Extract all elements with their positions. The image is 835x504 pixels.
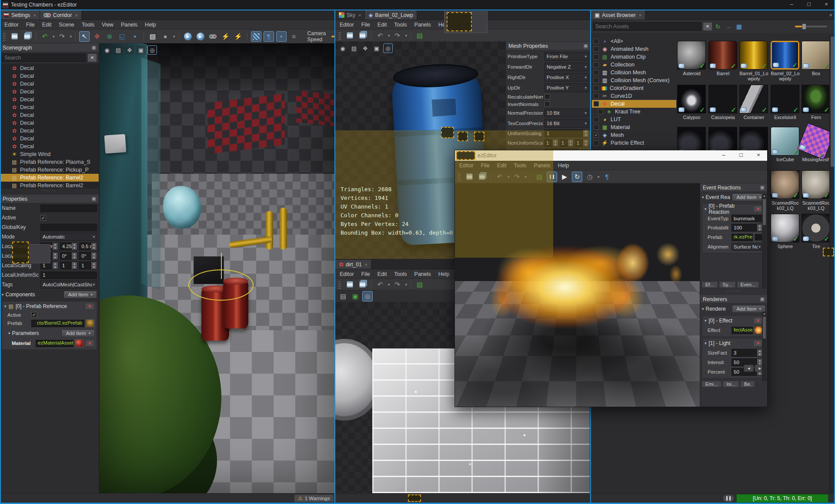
remove-light-button[interactable]: × [753,340,763,347]
effect-asset-field[interactable]: fectAsset [731,327,753,334]
undo-caret-icon[interactable]: ▾ [53,34,55,39]
snap-icon[interactable]: ▪ [130,31,140,42]
eventtype-field[interactable] [731,215,763,222]
tab-corridor[interactable]: Corridor × [40,10,82,20]
panel-tab[interactable]: Sy... [719,281,736,288]
property-select[interactable]: 10 Bit▾ [544,109,589,117]
loop-sim-icon[interactable]: ↻ [572,172,582,182]
add-component-button[interactable]: Add Item▾ [63,291,97,298]
spinner-down-icon[interactable]: ▾ [74,256,76,259]
renderers-header[interactable]: Renderers ▣ [700,295,767,304]
selection-gizmo[interactable] [188,269,254,301]
scenegraph-item[interactable]: ✿Decal [0,111,99,119]
alignment-select[interactable]: Surface Nor▾ [731,243,763,251]
camera-icon[interactable]: ◎ [147,45,157,55]
camera-icon[interactable]: ◎ [362,291,373,302]
effect-thumbnail-button[interactable] [754,326,763,334]
collapse-icon[interactable]: ▾ [702,195,704,199]
spinner-up-icon[interactable]: ▴ [74,262,76,265]
redo-icon[interactable]: ↷ [392,279,403,290]
remove-component-button[interactable]: × [85,303,94,310]
scenegraph-item[interactable]: ▤Prefab Reference: Plasma_S [0,158,99,166]
close-button[interactable]: × [750,150,767,161]
float-panel-icon[interactable]: ▣ [584,43,588,49]
scenegraph-item[interactable]: ▤Prefab Reference: Barrel2 [0,182,99,189]
scenegraph-item[interactable]: ☀Simple Wind [0,150,99,158]
asset-tile[interactable]: ✓ExcelsiorII [771,85,800,120]
tab-settings[interactable]: Settings × [0,10,40,20]
menu-help[interactable]: Help [438,271,450,277]
scenegraph-item[interactable]: ✿Decal [0,127,99,135]
menu-tools[interactable]: Tools [394,22,407,28]
panel-splitter[interactable]: ······ [0,189,99,195]
scenegraph-item[interactable]: ▤Prefab Reference: Barrel2 [0,174,99,182]
asset-tile[interactable]: ✓Barrel_02_Lowpoly [771,41,800,81]
minimize-button[interactable]: – [783,0,800,10]
menu-panels[interactable]: Panels [414,22,431,28]
camera-icon[interactable]: ◎ [383,43,393,53]
float-panel-icon[interactable]: ▣ [92,196,96,202]
spinner-down-icon[interactable]: ▾ [759,353,761,356]
asset-tile[interactable]: ✓ScannedRock03_LQ [802,170,831,211]
open-window-icon[interactable]: ▣ [350,291,361,302]
asset-tile[interactable]: ✓Container [739,85,768,120]
spinner-up-icon[interactable]: ▴ [54,262,56,265]
menu-editor[interactable]: Editor [340,22,354,28]
sim-speed-caret-icon[interactable]: ▾ [598,175,600,179]
scenegraph-item[interactable]: ✿Decal [0,143,99,150]
save-all-icon[interactable] [22,31,32,42]
panel-tab[interactable]: Emi... [701,381,721,388]
scrollbar[interactable]: ▴ [762,312,767,381]
prefab-thumbnail-button[interactable] [86,319,94,327]
visualizers-toggle-icon[interactable]: ¶ [264,31,274,42]
material-asset-field[interactable]: ezMaterialAsset [36,340,73,347]
maximize-button[interactable]: □ [800,0,818,10]
probability-spinner[interactable]: 100▴▾ [731,224,763,232]
layers-icon[interactable]: ≡ [289,31,299,42]
panel-tab[interactable]: Ini... [722,381,739,388]
property-select[interactable]: From File▾ [544,52,589,61]
redo-caret-icon[interactable]: ▾ [405,33,407,38]
redo-caret-icon[interactable]: ▾ [405,282,407,287]
close-tab-icon[interactable]: × [365,262,367,267]
scenegraph-item[interactable]: ✿Decal [0,96,99,103]
render-mode-box-icon[interactable]: ▧ [147,31,158,42]
panel-splitter[interactable]: ······ [700,289,767,295]
rotate-tool-icon[interactable]: ⊕ [104,31,115,42]
asset-tile[interactable]: ✓Calypso [677,85,706,120]
scenegraph-item[interactable]: ✿Decal [0,80,99,88]
asset-tile[interactable]: ✓Tire [802,214,831,249]
add-renderer-button[interactable]: Add Item▾ [732,305,765,313]
name-field[interactable] [40,205,97,212]
asset-tile[interactable]: ✓Barrel [708,41,738,76]
menu-tools[interactable]: Tools [394,271,407,277]
remove-material-button[interactable]: × [85,340,94,347]
render-mode-caret-icon[interactable]: ▾ [173,34,175,39]
asset-tile[interactable]: ✓IceCube [771,127,800,162]
screenshot-icon[interactable]: ▣ [136,45,146,55]
scenegraph-item[interactable]: ✿Decal [0,103,99,111]
asset-tile[interactable]: ✓Sphere [771,214,800,249]
scenegraph-item[interactable]: ✿Decal [0,64,99,72]
scaling-z-spinner[interactable]: 1▴▾ [79,262,97,269]
clear-search-icon[interactable]: × [87,53,97,62]
asset-tile[interactable]: ✓Cassiopeia [708,85,738,120]
menu-panels[interactable]: Panels [121,22,137,28]
layers-icon[interactable]: ▤ [349,43,359,53]
scenegraph-item[interactable]: ✿Decal [0,72,99,80]
particle-editor-window[interactable]: ezEditor – □ × EditorFileEditToolsPanels… [454,150,768,407]
export-asset-icon[interactable]: ▤ [414,30,425,41]
float-panel-icon[interactable]: ▣ [92,45,96,50]
layers-icon[interactable]: ▤ [338,291,348,302]
menu-help[interactable]: Help [145,22,156,28]
tags-select[interactable]: AutoColMesh|CastShadow▾ [40,281,97,288]
collapse-icon[interactable]: ▾ [2,292,4,297]
menu-file[interactable]: File [361,22,370,28]
eye-icon[interactable]: ◉ [338,43,347,53]
asset-tile[interactable]: ✓Fern [802,85,831,120]
layers-icon[interactable]: ▤ [114,45,123,55]
material-thumbnail-button[interactable] [75,339,84,347]
redo-caret-icon[interactable]: ▾ [70,34,72,39]
toolbar-grip[interactable] [338,280,341,289]
grid-toggle-icon[interactable] [251,31,261,42]
